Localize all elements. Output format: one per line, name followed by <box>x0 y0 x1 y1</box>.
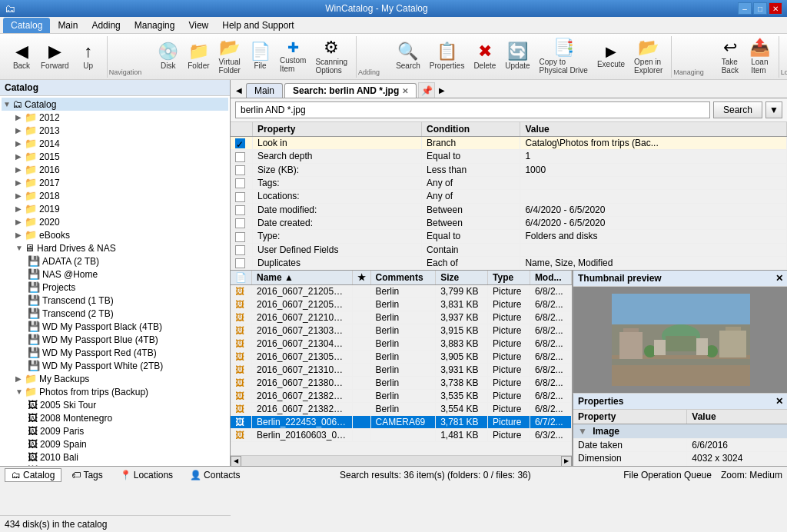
checkbox-dupes[interactable] <box>235 258 245 268</box>
col-size[interactable]: Size <box>436 271 488 285</box>
result-row-6[interactable]: 🖼 2016_0607_213054_00... Berlin 3,905 KB… <box>231 351 572 364</box>
checkbox-lookin[interactable]: ✓ <box>235 138 245 148</box>
result-row-7[interactable]: 🖼 2016_0607_213100_00... Berlin 3,931 KB… <box>231 364 572 377</box>
copy-to-disk-button[interactable]: 📑 Copy toPhysical Drive <box>536 38 592 76</box>
criteria-row-udf[interactable]: User Defined Fields Contain <box>231 243 787 256</box>
loan-item-button[interactable]: 📤 LoanItem <box>745 38 774 76</box>
update-button[interactable]: 🔄 Update <box>501 38 533 76</box>
col-comments[interactable]: Comments <box>370 271 436 285</box>
file-button[interactable]: 📄 File <box>246 38 274 76</box>
tree-item-adata[interactable]: 💾 ADATA (2 TB) <box>2 254 228 268</box>
delete-button[interactable]: ✖ Delete <box>470 38 500 76</box>
back-button[interactable]: ◀ Back <box>8 38 35 76</box>
disk-button[interactable]: 💿 Disk <box>154 38 182 76</box>
custom-item-button[interactable]: ✚ CustomItem <box>276 38 310 76</box>
statusbar-tab-contacts[interactable]: 👤 Contacts <box>183 468 247 482</box>
tree-item-projects[interactable]: 💾 Projects <box>2 281 228 294</box>
result-row-12[interactable]: 🖼 Berlin_20160603_005j... 1,481 KB Pictu… <box>231 429 572 442</box>
folder-button[interactable]: 📁 Folder <box>184 38 213 76</box>
2017-expand[interactable]: ▶ <box>15 178 25 187</box>
tree-item-2017[interactable]: ▶ 📁 2017 <box>2 176 228 189</box>
menu-catalog-tab[interactable]: Catalog <box>3 18 50 33</box>
col-modified[interactable]: Mod... <box>530 271 571 285</box>
tree-item-malasia[interactable]: 🖼 2010 Malasia <box>2 464 228 466</box>
hard-drives-expand[interactable]: ▼ <box>15 244 25 252</box>
2019-expand[interactable]: ▶ <box>15 204 25 213</box>
tree-item-wd-red[interactable]: 💾 WD My Passport Red (4TB) <box>2 346 228 359</box>
tree-item-2020[interactable]: ▶ 📁 2020 <box>2 215 228 228</box>
tree-item-catalog[interactable]: ▼ 🗂 Catalog <box>2 98 228 111</box>
tab-nav-next[interactable]: ▶ <box>437 82 447 98</box>
properties-button[interactable]: 📋 Properties <box>426 38 469 76</box>
tab-nav-prev[interactable]: ◀ <box>234 82 244 98</box>
tree-item-spain[interactable]: 🖼 2009 Spain <box>2 437 228 451</box>
forward-button[interactable]: ▶ Forward <box>37 38 73 76</box>
statusbar-tab-locations[interactable]: 📍 Locations <box>113 468 180 482</box>
up-button[interactable]: ↑ Up <box>75 38 102 76</box>
search-input[interactable] <box>235 101 710 118</box>
criteria-cb-lookin[interactable]: ✓ <box>231 137 253 150</box>
result-row-10[interactable]: 🖼 2016_0607_213824_00... Berlin 3,554 KB… <box>231 403 572 416</box>
catalog-expand-icon[interactable]: ▼ <box>3 100 12 108</box>
checkbox-type[interactable] <box>235 232 245 242</box>
tree-item-wd-white[interactable]: 💾 WD My Passport White (2TB) <box>2 359 228 372</box>
result-row-11[interactable]: 🖼 Berlin_222453_006.JPG CAMERA69 3,781 K… <box>231 416 572 429</box>
tree-item-photos-backup[interactable]: ▼ 📁 Photos from trips (Backup) <box>2 385 228 398</box>
checkbox-depth[interactable] <box>235 152 245 162</box>
checkbox-size[interactable] <box>235 165 245 175</box>
tree-item-transcend1[interactable]: 💾 Transcend (1 TB) <box>2 294 228 307</box>
search-button[interactable]: 🔍 Search <box>392 38 424 76</box>
2020-expand[interactable]: ▶ <box>15 218 25 226</box>
criteria-row-type[interactable]: Type: Equal to Folders and disks <box>231 230 787 243</box>
menu-help[interactable]: Help and Support <box>216 18 300 33</box>
virtual-folder-button[interactable]: 📂 VirtualFolder <box>215 38 244 76</box>
2016-expand[interactable]: ▶ <box>15 165 25 174</box>
2012-expand[interactable]: ▶ <box>15 113 25 121</box>
criteria-row-locations[interactable]: Locations: Any of <box>231 190 787 203</box>
checkbox-tags[interactable] <box>235 178 245 188</box>
thumbnail-close[interactable]: ✕ <box>775 273 783 284</box>
statusbar-tab-tags[interactable]: 🏷 Tags <box>65 468 109 482</box>
menu-managing[interactable]: Managing <box>128 18 181 33</box>
result-row-1[interactable]: 🖼 2016_0607_212057_00... Berlin 3,799 KB… <box>231 285 572 298</box>
result-row-3[interactable]: 🖼 2016_0607_212103_00... Berlin 3,937 KB… <box>231 311 572 324</box>
search-options-button[interactable]: ▼ <box>765 101 782 118</box>
2013-expand[interactable]: ▶ <box>15 126 25 135</box>
tree-item-2014[interactable]: ▶ 📁 2014 <box>2 137 228 150</box>
checkbox-created[interactable] <box>235 218 245 228</box>
execute-button[interactable]: ▶ Execute <box>593 38 629 76</box>
tree-item-paris[interactable]: 🖼 2009 Paris <box>2 424 228 437</box>
tree-item-ebooks[interactable]: ▶ 📁 eBooks <box>2 228 228 241</box>
criteria-row-size[interactable]: Size (KB): Less than 1000 <box>231 163 787 176</box>
criteria-cb-depth[interactable] <box>231 150 253 163</box>
checkbox-udf[interactable] <box>235 245 245 255</box>
ebooks-expand[interactable]: ▶ <box>15 231 25 239</box>
photos-backup-expand[interactable]: ▼ <box>15 387 25 396</box>
scroll-left[interactable]: ◀ <box>231 456 241 467</box>
tree-item-2012[interactable]: ▶ 📁 2012 <box>2 111 228 124</box>
result-row-4[interactable]: 🖼 2016_0607_213032_00... Berlin 3,915 KB… <box>231 324 572 337</box>
col-star[interactable]: ★ <box>352 271 370 285</box>
criteria-row-created[interactable]: Date created: Between 6/4/2020 - 6/5/202… <box>231 216 787 229</box>
tree-item-nas[interactable]: 💾 NAS @Home <box>2 268 228 281</box>
scroll-right[interactable]: ▶ <box>561 456 572 467</box>
criteria-cb-created[interactable] <box>231 216 253 229</box>
menu-main[interactable]: Main <box>51 18 84 33</box>
tree-item-2013[interactable]: ▶ 📁 2013 <box>2 124 228 137</box>
result-row-5[interactable]: 🖼 2016_0607_213045_00... Berlin 3,883 KB… <box>231 337 572 351</box>
2014-expand[interactable]: ▶ <box>15 139 25 148</box>
criteria-cb-size[interactable] <box>231 163 253 176</box>
criteria-row-lookin[interactable]: ✓ Look in Branch Catalog\Photos from tri… <box>231 137 787 150</box>
checkbox-modified[interactable] <box>235 205 245 215</box>
props-close[interactable]: ✕ <box>775 396 783 407</box>
criteria-cb-udf[interactable] <box>231 243 253 256</box>
result-row-2[interactable]: 🖼 2016_0607_212059_00... Berlin 3,831 KB… <box>231 298 572 311</box>
tree-item-wd-black[interactable]: 💾 WD My Passport Black (4TB) <box>2 320 228 333</box>
maximize-button[interactable]: □ <box>753 2 767 15</box>
tree-item-bali[interactable]: 🖼 2010 Bali <box>2 451 228 464</box>
my-backups-expand[interactable]: ▶ <box>15 374 25 383</box>
criteria-row-tags[interactable]: Tags: Any of <box>231 176 787 189</box>
close-button[interactable]: ✕ <box>769 2 782 15</box>
section-expand-icon[interactable]: ▼ <box>578 426 587 437</box>
tree-item-transcend2[interactable]: 💾 Transcend (2 TB) <box>2 307 228 320</box>
